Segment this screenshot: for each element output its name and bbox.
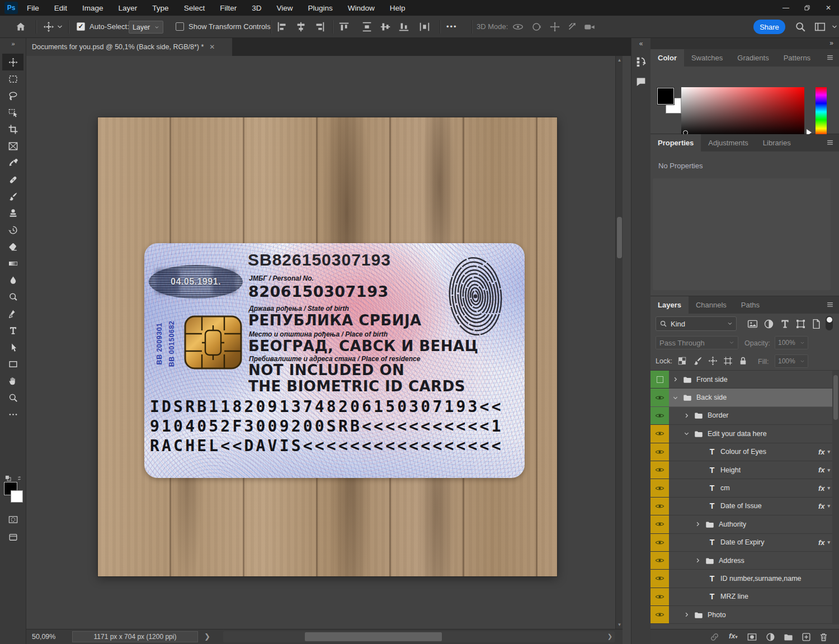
scroll-right-icon[interactable]: ❯ xyxy=(607,633,612,640)
vertical-scrollbar[interactable]: ▲ ▼ xyxy=(615,56,623,629)
tool-path-selection[interactable] xyxy=(2,339,23,356)
layer-visibility-toggle[interactable] xyxy=(651,389,669,406)
new-adjustment-layer-icon[interactable] xyxy=(765,632,776,642)
align-vertical-centers-icon[interactable] xyxy=(379,21,392,33)
distribute-vertical-icon[interactable] xyxy=(361,21,373,33)
layer-filter-kind-dropdown[interactable]: Kind xyxy=(656,316,737,331)
tab-channels[interactable]: Channels xyxy=(689,296,734,314)
menu-help[interactable]: Help xyxy=(390,4,406,12)
layer-row-edit-your-data-here[interactable]: Edit your data here xyxy=(651,425,839,443)
tool-gradient[interactable] xyxy=(2,255,23,272)
layers-scroll-thumb[interactable] xyxy=(833,375,838,420)
layer-visibility-toggle[interactable] xyxy=(651,588,669,605)
share-button[interactable]: Share xyxy=(753,20,785,34)
auto-select-checkbox[interactable]: ✓ xyxy=(77,22,85,31)
workspace-icon[interactable] xyxy=(814,21,826,33)
collapse-group-icon[interactable] xyxy=(684,430,690,437)
tool-history-brush[interactable] xyxy=(2,221,23,238)
toolbar-collapse-icon[interactable]: » xyxy=(0,38,26,47)
layer-visibility-toggle[interactable] xyxy=(651,570,669,587)
layer-row-date-of-issue[interactable]: TDate of Issuefx▾ xyxy=(651,498,839,515)
menu-type[interactable]: Type xyxy=(152,4,168,12)
tool-rectangular-marquee[interactable] xyxy=(2,70,23,87)
tool-preset-chevron-icon[interactable] xyxy=(56,23,63,30)
horizontal-scrollbar[interactable]: ❯ xyxy=(223,631,615,642)
3d-orbit-icon[interactable] xyxy=(512,21,524,33)
menu-select[interactable]: Select xyxy=(184,4,205,12)
layer-filter-toggle[interactable] xyxy=(826,316,833,330)
filter-type-layers-icon[interactable] xyxy=(779,318,791,330)
menu-edit[interactable]: Edit xyxy=(54,4,67,12)
move-tool-icon[interactable] xyxy=(43,21,55,33)
add-layer-mask-icon[interactable] xyxy=(747,632,757,642)
show-transform-checkbox[interactable] xyxy=(176,22,184,31)
menu-layer[interactable]: Layer xyxy=(119,4,138,12)
tab-libraries[interactable]: Libraries xyxy=(756,134,798,151)
comments-panel-icon[interactable] xyxy=(635,75,647,88)
layer-row-height[interactable]: THeightfx▾ xyxy=(651,461,839,479)
layer-visibility-toggle[interactable] xyxy=(651,407,669,424)
screen-mode-button[interactable] xyxy=(2,529,23,546)
lock-all-icon[interactable] xyxy=(738,356,748,366)
menu-plugins[interactable]: Plugins xyxy=(308,4,332,12)
quick-mask-button[interactable] xyxy=(2,511,23,528)
auto-select-target-dropdown[interactable]: Layer xyxy=(129,21,163,34)
menu-view[interactable]: View xyxy=(276,4,293,12)
default-colors-icon[interactable] xyxy=(4,475,12,481)
tool-crop[interactable] xyxy=(2,121,23,138)
align-bottom-edges-icon[interactable] xyxy=(398,21,410,33)
tool-hand[interactable] xyxy=(2,372,23,389)
layer-visibility-toggle[interactable] xyxy=(651,461,669,479)
workspace-chevron-icon[interactable] xyxy=(831,23,838,30)
layer-visibility-toggle[interactable] xyxy=(651,498,669,515)
layer-row-address[interactable]: Address xyxy=(651,552,839,570)
tab-layers[interactable]: Layers xyxy=(651,296,689,314)
layer-row-back-side[interactable]: Back side xyxy=(651,389,839,406)
tool-eyedropper[interactable] xyxy=(2,154,23,171)
lock-transparent-pixels-icon[interactable] xyxy=(677,356,687,366)
tool-lasso[interactable] xyxy=(2,87,23,104)
distribute-horizontal-icon[interactable] xyxy=(418,21,431,33)
new-layer-icon[interactable] xyxy=(801,632,812,642)
tool-blur[interactable] xyxy=(2,272,23,288)
foreground-color-swatch[interactable] xyxy=(657,88,674,105)
layers-scrollbar[interactable] xyxy=(832,371,839,624)
layer-visibility-toggle[interactable] xyxy=(651,425,669,442)
layer-row-id-number-surname-name[interactable]: TID number,surname,name xyxy=(651,570,839,588)
tool-brush[interactable] xyxy=(2,188,23,205)
history-panel-icon[interactable] xyxy=(635,55,647,68)
layer-visibility-toggle[interactable] xyxy=(651,552,669,569)
vertical-scroll-thumb[interactable] xyxy=(617,217,622,258)
tab-color[interactable]: Color xyxy=(651,49,684,67)
expand-group-icon[interactable] xyxy=(684,612,690,618)
layer-row-colour-of-eyes[interactable]: TColour of Eyesfx▾ xyxy=(651,443,839,461)
align-right-edges-icon[interactable] xyxy=(313,21,326,33)
tab-paths[interactable]: Paths xyxy=(734,296,767,314)
3d-roll-icon[interactable] xyxy=(530,21,543,33)
home-icon[interactable] xyxy=(15,21,27,33)
layer-visibility-toggle[interactable] xyxy=(651,479,669,496)
layer-row-border[interactable]: Border xyxy=(651,407,839,425)
3d-slide-icon[interactable] xyxy=(567,21,579,33)
swap-colors-icon[interactable] xyxy=(16,475,23,481)
layer-visibility-toggle[interactable] xyxy=(651,371,669,388)
layer-row-authority[interactable]: Authority xyxy=(651,515,839,533)
tool-move[interactable] xyxy=(2,54,23,70)
panel-menu-icon[interactable] xyxy=(826,54,835,61)
lock-artboard-icon[interactable] xyxy=(723,356,733,366)
search-icon[interactable] xyxy=(794,21,807,33)
menu-3d[interactable]: 3D xyxy=(252,4,261,12)
expand-group-icon[interactable] xyxy=(695,521,701,527)
lock-image-pixels-icon[interactable] xyxy=(692,356,703,366)
layer-visibility-toggle[interactable] xyxy=(651,515,669,533)
horizontal-scroll-thumb[interactable] xyxy=(305,632,442,641)
tool-dodge[interactable] xyxy=(2,288,23,305)
layer-row-photo[interactable]: Photo xyxy=(651,606,839,624)
layer-row-mrz-line[interactable]: TMRZ line xyxy=(651,588,839,606)
blend-mode-dropdown[interactable]: Pass Through xyxy=(656,336,738,349)
layer-visibility-toggle[interactable] xyxy=(651,606,669,623)
new-group-icon[interactable] xyxy=(783,632,794,642)
layer-visibility-toggle[interactable] xyxy=(651,534,669,551)
layer-row-date-of-expiry[interactable]: TDate of Expiryfx▾ xyxy=(651,534,839,552)
panel-menu-icon[interactable] xyxy=(826,139,835,146)
